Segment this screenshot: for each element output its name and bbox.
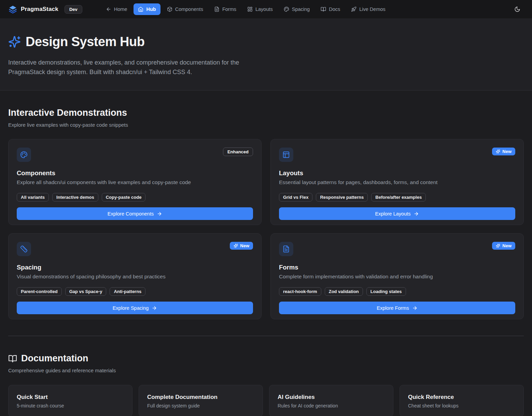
- tag: Parent-controlled: [17, 287, 62, 296]
- card-tags: Grid vs Flex Responsive patterns Before/…: [279, 193, 515, 202]
- nav-item-label: Layouts: [255, 6, 273, 12]
- rocket-icon: [351, 6, 356, 12]
- brand[interactable]: PragmaStack Dev: [8, 5, 82, 14]
- card-description: Essential layout patterns for pages, das…: [279, 179, 515, 185]
- card-title: Components: [17, 169, 253, 177]
- theme-toggle-button[interactable]: [511, 3, 524, 16]
- new-badge: New: [230, 242, 253, 250]
- card-title: Spacing: [17, 264, 253, 271]
- doc-card-subtitle: Rules for AI code generation: [278, 403, 385, 408]
- hero-description: Interactive demonstrations, live example…: [8, 58, 261, 77]
- sparkles-icon: [8, 36, 21, 48]
- doc-card-subtitle: 5-minute crash course: [17, 403, 124, 408]
- demo-cards-grid: Enhanced Components Explore all shadcn/u…: [8, 139, 524, 319]
- palette-icon: [17, 148, 31, 162]
- navbar: PragmaStack Dev Home Hub Components Form…: [0, 0, 532, 19]
- nav-links: Home Hub Components Forms Layouts Spacin…: [101, 3, 390, 15]
- brand-name: PragmaStack: [21, 6, 58, 13]
- nav-item-label: Spacing: [292, 6, 310, 12]
- sparkles-icon: [234, 244, 238, 248]
- explore-layouts-button[interactable]: Explore Layouts: [279, 207, 515, 220]
- tag: Gap vs Space-y: [65, 287, 107, 296]
- tag: react-hook-form: [279, 287, 321, 296]
- card-description: Complete form implementations with valid…: [279, 274, 515, 280]
- panels-top-left-icon: [279, 148, 293, 162]
- arrow-right-icon: [152, 305, 157, 311]
- tag: Responsive patterns: [316, 193, 368, 202]
- tag: Copy-paste code: [102, 193, 146, 202]
- doc-card-title: AI Guidelines: [278, 394, 385, 401]
- docs-section-subtitle: Comprehensive guides and reference mater…: [8, 368, 524, 373]
- nav-item-hub[interactable]: Hub: [134, 3, 160, 15]
- nav-item-label: Hub: [146, 6, 156, 12]
- doc-card-subtitle: Cheat sheet for lookups: [408, 403, 515, 408]
- tag: All variants: [17, 193, 49, 202]
- card-description: Visual demonstrations of spacing philoso…: [17, 274, 253, 280]
- nav-item-layouts[interactable]: Layouts: [243, 3, 277, 15]
- doc-card-complete-documentation[interactable]: Complete Documentation Full design syste…: [139, 385, 263, 416]
- nav-item-components[interactable]: Components: [163, 3, 208, 15]
- sparkles-icon: [496, 149, 500, 154]
- new-badge: New: [492, 148, 515, 155]
- demo-card-forms: New Forms Complete form implementations …: [270, 233, 524, 319]
- status-badge: Enhanced: [223, 148, 253, 156]
- doc-card-ai-guidelines[interactable]: AI Guidelines Rules for AI code generati…: [269, 385, 393, 416]
- nav-item-label: Home: [114, 6, 127, 12]
- tag: Anti-patterns: [110, 287, 145, 296]
- docs-cards-grid: Quick Start 5-minute crash course Comple…: [8, 385, 524, 416]
- explore-spacing-button[interactable]: Explore Spacing: [17, 302, 253, 314]
- tag: Before/after examples: [371, 193, 426, 202]
- nav-item-label: Components: [175, 6, 203, 12]
- card-title: Forms: [279, 264, 515, 271]
- moon-icon: [514, 6, 520, 12]
- tag: Interactive demos: [52, 193, 98, 202]
- explore-forms-button[interactable]: Explore Forms: [279, 302, 515, 314]
- book-open-icon: [321, 6, 326, 12]
- card-tags: Parent-controlled Gap vs Space-y Anti-pa…: [17, 287, 253, 296]
- nav-item-spacing[interactable]: Spacing: [279, 3, 314, 15]
- nav-item-label: Forms: [222, 6, 236, 12]
- demo-card-components: Enhanced Components Explore all shadcn/u…: [8, 139, 262, 225]
- book-open-icon: [8, 354, 17, 363]
- box-icon: [167, 6, 172, 12]
- tag: Grid vs Flex: [279, 193, 312, 202]
- demos-section: Interactive Demonstrations Explore live …: [8, 108, 524, 319]
- arrow-right-icon: [412, 305, 418, 311]
- layout-grid-icon: [247, 6, 253, 12]
- tag: Loading states: [366, 287, 406, 296]
- file-text-icon: [214, 6, 220, 12]
- arrow-left-icon: [106, 6, 111, 12]
- card-description: Explore all shadcn/ui components with li…: [17, 179, 253, 185]
- docs-section-title: Documentation: [8, 353, 524, 364]
- ruler-icon: [17, 242, 31, 256]
- card-tags: All variants Interactive demos Copy-past…: [17, 193, 253, 202]
- explore-components-button[interactable]: Explore Components: [17, 207, 253, 220]
- nav-item-docs[interactable]: Docs: [316, 3, 345, 15]
- doc-card-quick-reference[interactable]: Quick Reference Cheat sheet for lookups: [400, 385, 524, 416]
- sparkles-icon: [496, 244, 500, 248]
- layers-logo-icon: [8, 5, 17, 14]
- nav-item-live-demos[interactable]: Live Demos: [347, 3, 390, 15]
- demo-card-layouts: New Layouts Essential layout patterns fo…: [270, 139, 524, 225]
- demos-section-subtitle: Explore live examples with copy-paste co…: [8, 122, 524, 128]
- page-title: Design System Hub: [8, 34, 524, 49]
- card-title: Layouts: [279, 169, 515, 177]
- main-content: Interactive Demonstrations Explore live …: [0, 108, 532, 416]
- arrow-right-icon: [157, 211, 162, 217]
- demo-card-spacing: New Spacing Visual demonstrations of spa…: [8, 233, 262, 319]
- card-tags: react-hook-form Zod validation Loading s…: [279, 287, 515, 296]
- hero: Design System Hub Interactive demonstrat…: [0, 19, 532, 91]
- home-icon: [138, 6, 143, 12]
- section-divider: [8, 336, 524, 336]
- nav-item-label: Docs: [329, 6, 340, 12]
- palette-icon: [284, 6, 289, 12]
- tag: Zod validation: [325, 287, 363, 296]
- doc-card-quick-start[interactable]: Quick Start 5-minute crash course: [8, 385, 132, 416]
- arrow-right-icon: [414, 211, 419, 217]
- nav-item-home[interactable]: Home: [101, 3, 132, 15]
- doc-card-title: Quick Reference: [408, 394, 515, 401]
- doc-card-title: Complete Documentation: [147, 394, 254, 401]
- doc-card-title: Quick Start: [17, 394, 124, 401]
- nav-item-label: Live Demos: [359, 6, 386, 12]
- nav-item-forms[interactable]: Forms: [210, 3, 241, 15]
